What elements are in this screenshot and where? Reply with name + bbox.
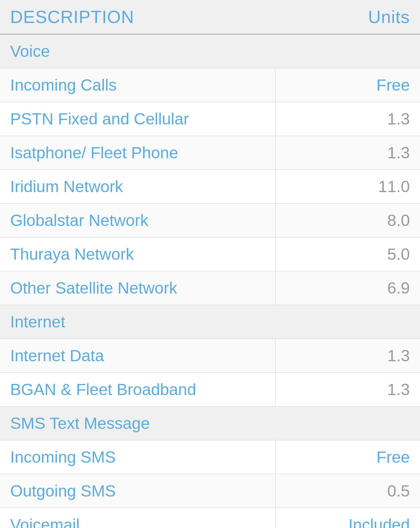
category-units-voice-category bbox=[275, 35, 420, 68]
row-description-bgan-fleet-broadband: BGAN & Fleet Broadband bbox=[0, 373, 275, 406]
row-units-isatphone-fleet-phone: 1.3 bbox=[275, 136, 420, 169]
row-description-iridium-network: Iridium Network bbox=[0, 170, 275, 203]
row-description-thuraya-network: Thuraya Network bbox=[0, 237, 275, 271]
data-row-internet-data: Internet Data1.3 bbox=[0, 339, 420, 373]
data-row-iridium-network: Iridium Network11.0 bbox=[0, 170, 420, 204]
category-description-internet-category: Internet bbox=[0, 305, 275, 339]
data-row-incoming-sms: Incoming SMSFree bbox=[0, 440, 420, 474]
data-row-other-satellite-network: Other Satellite Network6.9 bbox=[0, 271, 420, 305]
data-row-bgan-fleet-broadband: BGAN & Fleet Broadband1.3 bbox=[0, 373, 420, 407]
row-description-voicemail: Voicemail bbox=[0, 508, 275, 528]
row-description-pstn-fixed-cellular: PSTN Fixed and Cellular bbox=[0, 102, 275, 136]
data-row-globalstar-network: Globalstar Network8.0 bbox=[0, 204, 420, 237]
row-description-other-satellite-network: Other Satellite Network bbox=[0, 271, 275, 305]
category-units-internet-category bbox=[275, 305, 420, 339]
data-row-voicemail: VoicemailIncluded bbox=[0, 508, 420, 528]
data-row-outgoing-sms: Outgoing SMS0.5 bbox=[0, 474, 420, 508]
row-units-bgan-fleet-broadband: 1.3 bbox=[275, 373, 420, 406]
data-row-isatphone-fleet-phone: Isatphone/ Fleet Phone1.3 bbox=[0, 136, 420, 170]
row-description-globalstar-network: Globalstar Network bbox=[0, 204, 275, 237]
category-row-internet-category: Internet bbox=[0, 305, 420, 339]
data-row-incoming-calls: Incoming CallsFree bbox=[0, 68, 420, 102]
row-units-iridium-network: 11.0 bbox=[275, 170, 420, 203]
category-row-voice-category: Voice bbox=[0, 35, 420, 68]
table-header: DESCRIPTION Units bbox=[0, 0, 420, 35]
row-units-incoming-calls: Free bbox=[275, 68, 420, 102]
pricing-table: DESCRIPTION Units VoiceIncoming CallsFre… bbox=[0, 0, 420, 528]
category-units-sms-category bbox=[275, 407, 420, 440]
data-row-pstn-fixed-cellular: PSTN Fixed and Cellular1.3 bbox=[0, 102, 420, 136]
table-body: VoiceIncoming CallsFreePSTN Fixed and Ce… bbox=[0, 35, 420, 528]
row-description-outgoing-sms: Outgoing SMS bbox=[0, 474, 275, 508]
row-description-isatphone-fleet-phone: Isatphone/ Fleet Phone bbox=[0, 136, 275, 169]
row-units-incoming-sms: Free bbox=[275, 440, 420, 474]
category-description-voice-category: Voice bbox=[0, 35, 275, 68]
row-description-incoming-sms: Incoming SMS bbox=[0, 440, 275, 474]
data-row-thuraya-network: Thuraya Network5.0 bbox=[0, 237, 420, 271]
header-units: Units bbox=[275, 0, 420, 34]
category-description-sms-category: SMS Text Message bbox=[0, 407, 275, 440]
row-description-internet-data: Internet Data bbox=[0, 339, 275, 372]
row-units-other-satellite-network: 6.9 bbox=[275, 271, 420, 305]
row-units-voicemail: Included bbox=[275, 508, 420, 528]
category-row-sms-category: SMS Text Message bbox=[0, 407, 420, 440]
row-units-globalstar-network: 8.0 bbox=[275, 204, 420, 237]
row-units-internet-data: 1.3 bbox=[275, 339, 420, 372]
row-units-thuraya-network: 5.0 bbox=[275, 237, 420, 271]
row-description-incoming-calls: Incoming Calls bbox=[0, 68, 275, 102]
row-units-pstn-fixed-cellular: 1.3 bbox=[275, 102, 420, 136]
row-units-outgoing-sms: 0.5 bbox=[275, 474, 420, 508]
header-description: DESCRIPTION bbox=[0, 0, 275, 34]
